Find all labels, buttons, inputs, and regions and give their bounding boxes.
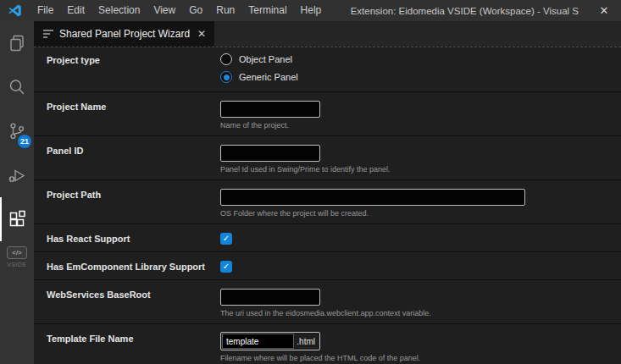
tab-shared-panel-project-wizard[interactable]: Shared Panel Project Wizard ✕ — [34, 21, 214, 47]
menu-edit[interactable]: Edit — [60, 0, 91, 21]
vside-glyph: </> — [7, 246, 27, 259]
extensions-icon[interactable] — [0, 197, 34, 241]
radio-generic-panel[interactable]: Generic Panel — [220, 71, 608, 83]
has-react-support-checkbox[interactable]: ✓ — [220, 233, 232, 245]
radio-generic-panel-label: Generic Panel — [239, 72, 298, 82]
webservices-baseroot-help: The uri used in the eidosmedia.webclient… — [220, 309, 608, 317]
row-webservices-baseroot: WebServices BaseRoot The uri used in the… — [34, 280, 621, 324]
tab-strip: Shared Panel Project Wizard ✕ — [34, 21, 621, 47]
project-type-label: Project type — [47, 53, 220, 91]
menu-run[interactable]: Run — [209, 0, 241, 21]
project-path-input[interactable] — [220, 189, 525, 206]
search-icon[interactable] — [0, 65, 34, 109]
template-file-name-field: .html — [220, 332, 320, 350]
template-file-name-input[interactable] — [222, 334, 294, 349]
tab-title: Shared Panel Project Wizard — [59, 28, 190, 40]
row-project-path: Project Path OS Folder where the project… — [34, 180, 621, 224]
project-name-input[interactable] — [220, 101, 320, 118]
menu-go[interactable]: Go — [182, 0, 209, 21]
run-debug-icon[interactable] — [0, 153, 34, 197]
panel-id-input[interactable] — [220, 145, 320, 162]
row-template-file-name: Template File Name .html Filename where … — [34, 324, 621, 359]
project-path-label: Project Path — [47, 188, 220, 223]
radio-object-panel-label: Object Panel — [239, 54, 292, 64]
has-emcomponent-library-support-label: Has EmComponent Library Support — [47, 260, 220, 279]
row-has-emcomponent-library-support: Has EmComponent Library Support ✓ — [34, 252, 621, 280]
panel-id-label: Panel ID — [47, 144, 220, 179]
template-file-name-suffix: .html — [295, 333, 319, 350]
radio-generic-panel-circle[interactable] — [220, 71, 232, 83]
source-control-badge: 21 — [18, 135, 31, 148]
vside-extension-icon[interactable]: </> VSIDE — [7, 246, 27, 267]
activity-bar: 21 </> VSIDE — [0, 21, 34, 364]
source-control-icon[interactable]: 21 — [0, 109, 34, 153]
vscode-logo-icon — [8, 3, 22, 18]
menu-help[interactable]: Help — [294, 0, 329, 21]
row-panel-id: Panel ID Panel Id used in Swing/Prime to… — [34, 136, 621, 180]
menu-selection[interactable]: Selection — [91, 0, 147, 21]
menu-view[interactable]: View — [147, 0, 182, 21]
window-close-icon[interactable]: ✕ — [587, 0, 621, 21]
template-file-name-label: Template File Name — [47, 332, 220, 359]
title-bar: File Edit Selection View Go Run Terminal… — [0, 0, 621, 21]
has-react-support-label: Has React Support — [47, 232, 220, 251]
has-emcomponent-library-support-checkbox[interactable]: ✓ — [220, 261, 232, 273]
webservices-baseroot-input[interactable] — [220, 289, 320, 306]
menu-file[interactable]: File — [30, 0, 60, 21]
webview-preview-icon — [42, 28, 54, 40]
project-name-label: Project Name — [47, 100, 220, 135]
vside-label: VSIDE — [7, 262, 27, 267]
row-has-react-support: Has React Support ✓ — [34, 224, 621, 252]
webservices-baseroot-label: WebServices BaseRoot — [47, 288, 220, 323]
wizard-form: Project type Object Panel Generic Panel … — [34, 47, 621, 364]
radio-object-panel-circle[interactable] — [220, 53, 232, 65]
row-project-name: Project Name Name of the project. — [34, 92, 621, 136]
template-file-name-help: Filename where will be placed the HTML c… — [220, 354, 608, 362]
explorer-icon[interactable] — [0, 21, 34, 65]
tab-close-icon[interactable]: ✕ — [197, 28, 206, 40]
window-title: Extension: Eidomedia VSIDE (Workspace) -… — [351, 6, 579, 16]
project-name-help: Name of the project. — [220, 121, 608, 130]
row-project-type: Project type Object Panel Generic Panel — [34, 47, 621, 92]
radio-object-panel[interactable]: Object Panel — [220, 53, 608, 65]
panel-id-help: Panel Id used in Swing/Prime to identify… — [220, 165, 608, 174]
menu-terminal[interactable]: Terminal — [241, 0, 293, 21]
project-path-help: OS Folder where the project will be crea… — [220, 209, 608, 218]
